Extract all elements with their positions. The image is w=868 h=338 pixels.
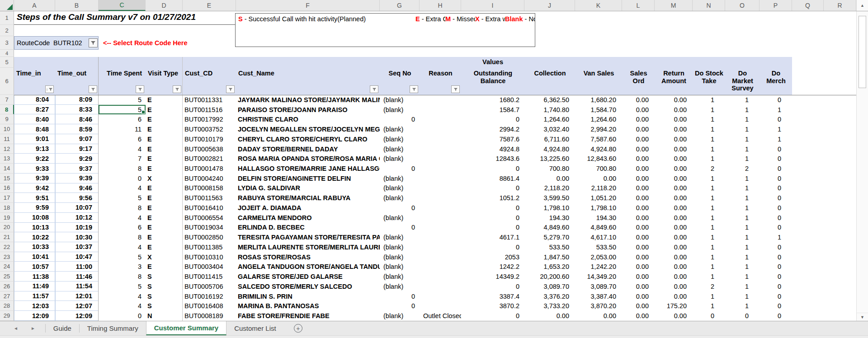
cell-return_amount[interactable]: 0.00 xyxy=(655,114,693,124)
scroll-up-button[interactable]: ▲ xyxy=(856,0,868,11)
cell-outstanding_balance[interactable]: 1051.2 xyxy=(461,193,524,203)
cell-return_amount[interactable]: 0.00 xyxy=(655,272,693,282)
cell-seq_no[interactable]: (blank) xyxy=(380,95,420,105)
cell-time_out[interactable]: 9:29 xyxy=(55,154,99,164)
cell-return_amount[interactable]: 0.00 xyxy=(655,291,693,301)
cell-do_stock_take[interactable]: 1 xyxy=(693,242,725,252)
cell-time_out[interactable]: 11:54 xyxy=(55,282,99,291)
cell-do_stock_take[interactable]: 1 xyxy=(693,124,725,134)
cell-time_in[interactable]: 8:04 xyxy=(14,95,55,105)
column-letter-R[interactable]: R xyxy=(824,0,856,11)
cell-reason[interactable] xyxy=(420,124,461,134)
cell-cust_cd[interactable]: BUT0011415 xyxy=(183,272,236,282)
cell-do_stock_take[interactable]: 1 xyxy=(693,144,725,154)
column-letter-H[interactable]: H xyxy=(420,0,461,11)
cell-reason[interactable] xyxy=(420,262,461,272)
cell-van_sales[interactable]: 2,994.20 xyxy=(575,124,622,134)
cell-cust_cd[interactable]: BUT0010179 xyxy=(183,134,236,144)
cell-reason[interactable] xyxy=(420,291,461,301)
column-letter-J[interactable]: J xyxy=(524,0,575,11)
cell-seq_no[interactable]: 0 xyxy=(380,223,420,233)
cell-seq_no[interactable]: (blank) xyxy=(380,183,420,193)
cell-van_sales[interactable]: 3,870.20 xyxy=(575,301,622,311)
cell-do_stock_take[interactable]: 1 xyxy=(693,213,725,223)
cell-visit_type[interactable]: E xyxy=(146,134,183,144)
cell-time_in[interactable]: 9:51 xyxy=(14,193,55,203)
cell-visit_type[interactable]: S xyxy=(146,291,183,301)
cell-return_amount[interactable]: 0.00 xyxy=(655,105,693,115)
cell-seq_no[interactable]: (blank) xyxy=(380,272,420,282)
cell-do_market_survey[interactable]: 1 xyxy=(725,154,760,164)
row-number[interactable]: 14 xyxy=(0,164,14,174)
cell-return_amount[interactable]: 0.00 xyxy=(655,134,693,144)
cell-return_amount[interactable]: 0.00 xyxy=(655,213,693,223)
cell-do_market_survey[interactable]: 1 xyxy=(725,291,760,301)
cell-time_out[interactable]: 8:59 xyxy=(55,124,99,134)
cell-cust_cd[interactable]: BUT0005638 xyxy=(183,144,236,154)
cell-collection[interactable]: 1,740.80 xyxy=(524,105,575,115)
cell-outstanding_balance[interactable]: 2994.2 xyxy=(461,124,524,134)
cell-do_merch[interactable]: 0 xyxy=(760,223,792,233)
cell-outstanding_balance[interactable]: 1680.2 xyxy=(461,95,524,105)
cell-time_in[interactable]: 9:39 xyxy=(14,174,55,183)
cell-time_spent[interactable]: 8 xyxy=(99,203,146,213)
column-header-cust_cd[interactable]: Cust_CD xyxy=(183,68,236,95)
cell-cust_name[interactable]: ROSAS STORE/ROSAS xyxy=(236,252,380,262)
routecode-label-cell[interactable]: RouteCode xyxy=(14,39,53,47)
cell-do_merch[interactable]: 0 xyxy=(760,213,792,223)
tab-prev-button[interactable]: ◄ xyxy=(14,326,18,331)
cell-collection[interactable]: 3,376.20 xyxy=(524,291,575,301)
cell-return_amount[interactable]: 0.00 xyxy=(655,144,693,154)
cell-reason[interactable] xyxy=(420,95,461,105)
column-letter-I[interactable]: I xyxy=(461,0,524,11)
cell-sales_ord[interactable]: 0.00 xyxy=(622,213,655,223)
row-number[interactable]: 24 xyxy=(0,262,14,272)
cell-sales_ord[interactable]: 0.00 xyxy=(622,193,655,203)
cell-seq_no[interactable]: (blank) xyxy=(380,311,420,321)
cell-seq_no[interactable]: 0 xyxy=(380,164,420,174)
cell-outstanding_balance[interactable]: 0 xyxy=(461,164,524,174)
cell-van_sales[interactable]: 3,089.70 xyxy=(575,282,622,291)
cell-reason[interactable] xyxy=(420,272,461,282)
cell-collection[interactable]: 700.80 xyxy=(524,164,575,174)
sheet-tab-guide[interactable]: Guide xyxy=(46,321,79,335)
cell-collection[interactable]: 3,733.20 xyxy=(524,301,575,311)
title-cell[interactable]: Steps of the Call Summary v7 on 01/27/20… xyxy=(14,11,235,25)
column-header-do_stock_take[interactable]: Do StockTake xyxy=(693,68,725,95)
cell-return_amount[interactable]: 0.00 xyxy=(655,183,693,193)
cell-time_spent[interactable]: 8 xyxy=(99,232,146,242)
cell-cust_name[interactable]: DADAY STORE/BERNEL DADAY xyxy=(236,144,380,154)
cell-collection[interactable]: 20,200.60 xyxy=(524,272,575,282)
cell-seq_no[interactable]: (blank) xyxy=(380,262,420,272)
cell-do_market_survey[interactable]: 1 xyxy=(725,124,760,134)
cell-outstanding_balance[interactable]: 0 xyxy=(461,311,524,321)
scroll-down-button[interactable]: ▼ xyxy=(857,313,868,321)
column-letter-N[interactable]: N xyxy=(693,0,725,11)
cell-time_in[interactable]: 10:33 xyxy=(14,242,55,252)
cell-collection[interactable]: 5,279.70 xyxy=(524,232,575,242)
cell-return_amount[interactable]: 0.00 xyxy=(655,232,693,242)
cell-do_stock_take[interactable]: 1 xyxy=(693,291,725,301)
cell-outstanding_balance[interactable]: 1584.7 xyxy=(461,105,524,115)
cell-sales_ord[interactable]: 0.00 xyxy=(622,124,655,134)
cell-return_amount[interactable]: 0.00 xyxy=(655,203,693,213)
cell-reason[interactable] xyxy=(420,105,461,115)
cell-collection[interactable]: 1,653.20 xyxy=(524,262,575,272)
cell-seq_no[interactable]: (blank) xyxy=(380,252,420,262)
column-letter-B[interactable]: B xyxy=(55,0,99,11)
cell-van_sales[interactable]: 0.00 xyxy=(575,311,622,321)
cell-time_in[interactable]: 9:42 xyxy=(14,183,55,193)
cell-do_merch[interactable]: 1 xyxy=(760,124,792,134)
cell-do_merch[interactable]: 0 xyxy=(760,154,792,164)
cell-collection[interactable]: 6,711.60 xyxy=(524,134,575,144)
row-number[interactable]: 28 xyxy=(0,301,14,311)
cell-time_in[interactable]: 12:03 xyxy=(14,301,55,311)
cell-cust_name[interactable]: RABUYA STORE/MARCIAL RABUYA xyxy=(236,193,380,203)
cell-seq_no[interactable]: (blank) xyxy=(380,174,420,183)
cell-van_sales[interactable]: 700.80 xyxy=(575,164,622,174)
row-number[interactable]: 19 xyxy=(0,213,14,223)
cell-do_stock_take[interactable]: 1 xyxy=(693,183,725,193)
cell-time_spent[interactable]: 4 xyxy=(99,301,146,311)
cell-reason[interactable] xyxy=(420,193,461,203)
column-header-collection[interactable]: Collection xyxy=(524,68,575,95)
